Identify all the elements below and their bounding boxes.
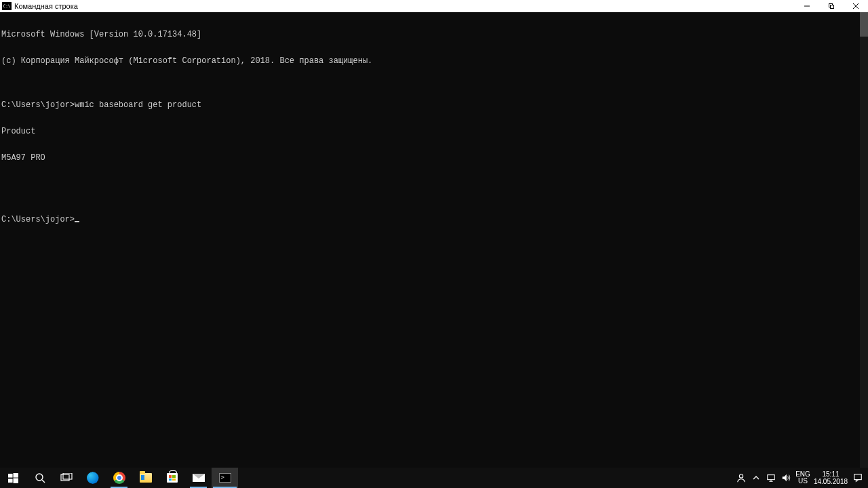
svg-line-10 — [42, 480, 45, 483]
action-center-icon — [853, 473, 863, 483]
store-icon — [167, 473, 178, 483]
chevron-up-icon — [753, 474, 760, 481]
svg-point-9 — [36, 474, 43, 481]
volume-icon — [781, 473, 791, 483]
window-controls — [795, 0, 868, 12]
close-button[interactable] — [844, 0, 868, 12]
scrollbar[interactable] — [860, 12, 868, 468]
clock-time: 15:11 — [822, 470, 839, 478]
terminal-line: M5A97 PRO — [1, 154, 868, 163]
terminal-prompt: C:\Users\jojor> — [1, 215, 75, 224]
svg-rect-11 — [61, 474, 69, 481]
network-icon — [766, 473, 776, 483]
terminal-line: (c) Корпорация Майкрософт (Microsoft Cor… — [1, 57, 868, 66]
windows-icon — [8, 473, 18, 483]
action-center-button[interactable] — [849, 468, 867, 488]
window-titlebar: Командная строка — [0, 0, 868, 12]
cursor-icon — [75, 221, 79, 222]
taskbar-chrome[interactable] — [106, 468, 132, 488]
search-button[interactable] — [26, 468, 53, 488]
network-button[interactable] — [764, 468, 778, 488]
tray-chevron[interactable] — [749, 468, 764, 488]
taskbar-command-prompt[interactable] — [212, 468, 238, 488]
clock-button[interactable]: 15:11 14.05.2018 — [812, 470, 849, 485]
edge-icon — [87, 472, 99, 484]
svg-marker-17 — [783, 474, 787, 482]
terminal-prompt-line: C:\Users\jojor> — [1, 216, 868, 224]
volume-button[interactable] — [778, 468, 793, 488]
taskbar-spacer — [238, 468, 734, 488]
svg-rect-8 — [14, 478, 19, 483]
terminal[interactable]: Microsoft Windows [Version 10.0.17134.48… — [0, 12, 868, 468]
terminal-line: C:\Users\jojor>wmic baseboard get produc… — [1, 101, 868, 110]
svg-point-13 — [739, 474, 743, 478]
task-view-icon — [60, 473, 73, 483]
people-icon — [736, 473, 746, 483]
task-view-button[interactable] — [53, 468, 79, 488]
svg-rect-2 — [831, 5, 834, 9]
maximize-button[interactable] — [819, 0, 844, 12]
taskbar: ENG US 15:11 14.05.2018 — [0, 468, 868, 488]
system-tray: ENG US 15:11 14.05.2018 — [734, 468, 868, 488]
taskbar-file-explorer[interactable] — [132, 468, 159, 488]
svg-rect-5 — [8, 473, 13, 477]
svg-rect-12 — [63, 473, 72, 479]
svg-rect-14 — [768, 475, 775, 480]
clock-date: 14.05.2018 — [814, 478, 848, 485]
taskbar-store[interactable] — [159, 468, 185, 488]
folder-icon — [140, 473, 152, 483]
svg-rect-7 — [8, 479, 13, 483]
svg-rect-6 — [14, 473, 19, 478]
cmd-icon — [219, 473, 231, 483]
start-button[interactable] — [0, 468, 26, 488]
minimize-button[interactable] — [795, 0, 819, 12]
svg-rect-18 — [854, 474, 862, 480]
window-title: Командная строка — [14, 2, 78, 10]
language-secondary: US — [798, 478, 808, 485]
terminal-line: Product — [1, 127, 868, 136]
people-button[interactable] — [734, 468, 749, 488]
chrome-icon — [113, 472, 125, 484]
terminal-line: Microsoft Windows [Version 10.0.17134.48… — [1, 30, 868, 39]
taskbar-mail[interactable] — [185, 468, 212, 488]
search-icon — [35, 472, 45, 483]
mail-icon — [193, 474, 205, 482]
scrollbar-thumb[interactable] — [860, 12, 868, 37]
cmd-icon — [2, 2, 12, 10]
taskbar-edge[interactable] — [79, 468, 106, 488]
language-button[interactable]: ENG US — [793, 471, 812, 485]
